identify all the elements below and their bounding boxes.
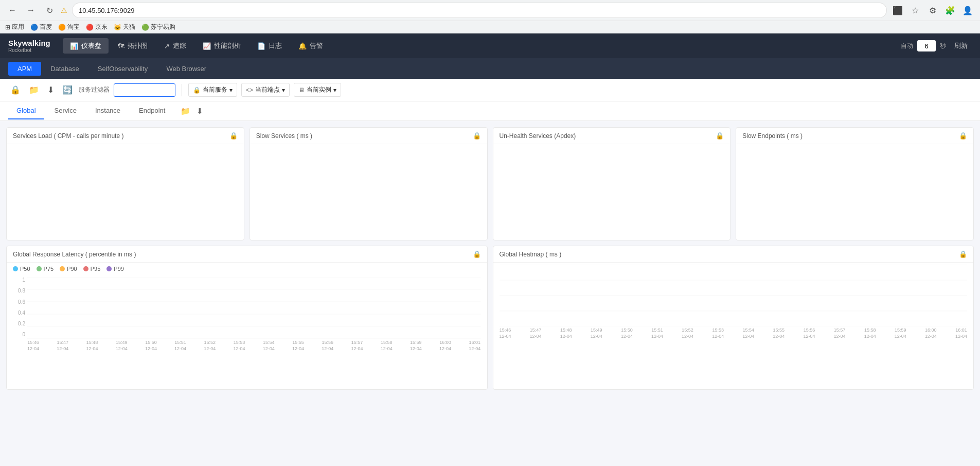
chart-body-latency: 1 0.8 0.6 0.4 0.2 0	[7, 275, 487, 368]
hx-label-6: 15:5212-04	[682, 327, 693, 339]
heatmap-x-axis: 15:4612-04 15:4712-04 15:4812-04 15:4912…	[500, 326, 968, 339]
bookmarks-bar: ⊞ 应用 🔵 百度 🟠 淘宝 🔴 京东 🐱 天猫 🟢 苏宁易购	[0, 21, 980, 33]
chart-header-services-load: Services Load ( CPM - calls per minute )…	[7, 128, 244, 144]
hx-label-12: 15:5812-04	[864, 327, 876, 339]
refresh-toolbar-icon[interactable]: 🔄	[60, 83, 75, 97]
tab-folder-icon[interactable]: 📁	[180, 106, 191, 117]
top-nav: Skywalking Rocketbot 📊 仪表盘 🗺 拓扑图 ↗ 追踪 📈 …	[0, 33, 980, 58]
x-label-3: 15:4912-04	[116, 340, 128, 352]
address-bar[interactable]	[73, 3, 886, 18]
tab-download-icon[interactable]: ⬇	[195, 106, 204, 117]
nav-items: 📊 仪表盘 🗺 拓扑图 ↗ 追踪 📈 性能剖析 📄 日志 🔔 告警	[63, 38, 901, 54]
settings-button[interactable]: ⚙	[925, 3, 940, 18]
auto-label: 自动	[901, 42, 913, 50]
chart-global-response-latency: Global Response Latency ( percentile in …	[6, 246, 488, 390]
service-icon: 🔒	[193, 87, 201, 94]
bookmark-suning[interactable]: 🟢 苏宁易购	[141, 23, 175, 31]
chart-body-heatmap: 15:4612-04 15:4712-04 15:4812-04 15:4912…	[493, 263, 974, 355]
refresh-interval-input[interactable]	[917, 40, 936, 51]
y-label-04: 0.4	[13, 310, 25, 316]
tab-service[interactable]: Service	[46, 102, 85, 119]
x-label-14: 16:0012-04	[439, 340, 451, 352]
nav-item-dashboard[interactable]: 📊 仪表盘	[63, 38, 109, 54]
nav-item-log[interactable]: 📄 日志	[250, 38, 289, 54]
chart-lock-icon-5[interactable]: 🔒	[959, 250, 967, 258]
folder-toolbar-icon[interactable]: 📁	[27, 83, 41, 97]
lock-toolbar-icon[interactable]: 🔒	[8, 83, 23, 97]
current-instance-selector[interactable]: 🖥 当前实例 ▾	[294, 83, 341, 97]
chart-lock-icon-0[interactable]: 🔒	[229, 132, 238, 140]
page-tab-icons: 📁 ⬇	[180, 106, 204, 117]
chart-header-heatmap: Global Heatmap ( ms ) 🔒	[493, 246, 974, 263]
x-label-1: 15:4712-04	[57, 340, 68, 352]
latency-chart-svg	[27, 277, 481, 339]
nav-item-topology[interactable]: 🗺 拓扑图	[111, 38, 155, 54]
x-label-11: 15:5712-04	[351, 340, 363, 352]
y-label-08: 0.8	[13, 288, 25, 294]
nav-item-alarm[interactable]: 🔔 告警	[291, 38, 330, 54]
legend-dot-p50	[13, 266, 18, 271]
x-label-0: 15:4612-04	[27, 340, 39, 352]
hx-label-7: 15:5312-04	[712, 327, 724, 339]
x-label-13: 15:5912-04	[410, 340, 422, 352]
refresh-unit: 秒	[940, 42, 946, 50]
browser-toolbar: ← → ↻ ⚠ ⬛ ☆ ⚙ 🧩 👤	[0, 0, 980, 21]
chart-lock-icon-1[interactable]: 🔒	[473, 132, 481, 140]
y-label-02: 0.2	[13, 321, 25, 326]
browser-chrome: ← → ↻ ⚠ ⬛ ☆ ⚙ 🧩 👤 ⊞ 应用 🔵 百度 🟠 淘宝 🔴 京东 🐱 …	[0, 0, 980, 33]
chart-body-services-load	[7, 144, 244, 237]
tab-global[interactable]: Global	[8, 102, 44, 119]
current-endpoint-selector[interactable]: <> 当前端点 ▾	[241, 83, 290, 97]
sec-tab-apm[interactable]: APM	[8, 62, 41, 76]
chart-header-unhealthy-services: Un-Health Services (Apdex) 🔒	[493, 128, 730, 144]
bookmark-tianmao[interactable]: 🐱 天猫	[114, 23, 135, 31]
legend-dot-p95	[83, 266, 88, 271]
y-label-0: 0	[13, 332, 25, 337]
reload-button[interactable]: ↻	[42, 3, 57, 18]
tab-endpoint[interactable]: Endpoint	[131, 102, 173, 119]
refresh-button[interactable]: 刷新	[950, 39, 972, 53]
bookmark-baidu[interactable]: 🔵 百度	[30, 23, 52, 31]
service-filter-input[interactable]	[114, 83, 175, 97]
x-label-7: 15:5312-04	[234, 340, 245, 352]
tab-instance[interactable]: Instance	[87, 102, 129, 119]
hx-label-3: 15:4912-04	[591, 327, 602, 339]
chart-body-unhealthy-services	[493, 144, 730, 237]
chart-lock-icon-2[interactable]: 🔒	[716, 132, 724, 140]
download-toolbar-icon[interactable]: ⬇	[45, 83, 56, 97]
hx-label-1: 15:4712-04	[530, 327, 542, 339]
hx-label-15: 16:0112-04	[955, 327, 967, 339]
logo: Skywalking Rocketbot	[8, 39, 50, 53]
bookmark-taobao[interactable]: 🟠 淘宝	[58, 23, 80, 31]
sec-tab-web-browser[interactable]: Web Browser	[157, 62, 216, 76]
chevron-down-icon: ▾	[229, 87, 233, 94]
hx-label-4: 15:5012-04	[621, 327, 633, 339]
hx-label-11: 15:5712-04	[834, 327, 846, 339]
hx-label-0: 15:4612-04	[500, 327, 511, 339]
x-label-2: 15:4812-04	[86, 340, 98, 352]
forward-button[interactable]: →	[24, 3, 38, 18]
x-label-5: 15:5112-04	[174, 340, 186, 352]
current-service-selector[interactable]: 🔒 当前服务 ▾	[188, 83, 237, 97]
chart-body-slow-endpoints	[736, 144, 973, 237]
sec-tab-database[interactable]: Database	[41, 62, 88, 76]
back-button[interactable]: ←	[5, 3, 20, 18]
chart-lock-icon-3[interactable]: 🔒	[959, 132, 967, 140]
bookmark-jingdong[interactable]: 🔴 京东	[86, 23, 108, 31]
bookmark-apps[interactable]: ⊞ 应用	[5, 23, 24, 31]
dashboard-bottom-row: Global Response Latency ( percentile in …	[6, 246, 974, 390]
heatmap-chart-svg	[500, 265, 968, 326]
legend-dot-p90	[60, 266, 65, 271]
screenshot-button[interactable]: ⬛	[890, 3, 905, 18]
sec-tab-self-observability[interactable]: SelfObservability	[88, 62, 157, 76]
chart-lock-icon-4[interactable]: 🔒	[473, 250, 481, 258]
chevron-down-icon-2: ▾	[282, 87, 285, 94]
logo-subtitle: Rocketbot	[8, 47, 50, 53]
nav-item-profiling[interactable]: 📈 性能剖析	[195, 38, 248, 54]
profile-button[interactable]: 👤	[960, 3, 975, 18]
chart-legend-latency: P50 P75 P90 P95	[7, 263, 487, 275]
extensions-button[interactable]: 🧩	[943, 3, 957, 18]
nav-item-trace[interactable]: ↗ 追踪	[157, 38, 193, 54]
service-filter-label: 服务过滤器	[79, 85, 110, 94]
favorite-button[interactable]: ☆	[908, 3, 922, 18]
